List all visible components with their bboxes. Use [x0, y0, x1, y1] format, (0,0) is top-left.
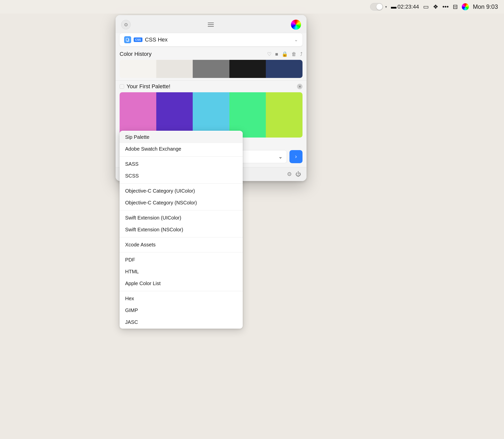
color-history-swatches	[120, 60, 303, 78]
menubar-time: Mon 9:03	[473, 3, 498, 10]
share-dropdown-chevron-icon: ⌄	[278, 154, 283, 160]
back-icon: ⊙	[124, 22, 128, 27]
back-button[interactable]: ⊙	[121, 20, 131, 29]
dropdown-group-7: Hex GIMP JASC	[120, 292, 243, 329]
color-history-actions: ♡ ■ 🔒 🗑 ⤴	[267, 51, 303, 57]
lock-icon[interactable]: 🔒	[282, 51, 288, 57]
screen-icon[interactable]: ▭	[423, 3, 429, 10]
color-history-title: Color History	[120, 51, 152, 57]
dropdown-group-4: Swift Extension (UIColor) Swift Extensio…	[120, 211, 243, 236]
dropdown-divider-3	[120, 210, 243, 210]
heart-icon[interactable]: ♡	[267, 51, 272, 57]
format-chevron-icon: ⌄	[294, 37, 298, 42]
bottom-bar-right: ⚙ ⏻	[287, 171, 301, 178]
color-wheel-button[interactable]	[291, 20, 301, 30]
toggle-switch[interactable]	[370, 3, 383, 11]
hamburger-line	[208, 23, 214, 23]
svg-rect-1	[126, 38, 128, 41]
history-swatch-4[interactable]	[229, 60, 266, 78]
close-icon: ✕	[298, 85, 301, 89]
status-icon[interactable]: ⊟	[453, 3, 458, 10]
palette-header-left: Your First Palette!	[120, 83, 170, 90]
history-swatch-1[interactable]	[120, 60, 156, 78]
more-icon[interactable]: •••	[442, 3, 449, 10]
format-name: CSS Hex	[145, 36, 168, 43]
share-icon[interactable]: ⤴	[300, 51, 303, 57]
palette-checkbox[interactable]	[120, 84, 124, 89]
dropdown-divider-2	[120, 183, 243, 184]
dropdown-item-objc-nscolor[interactable]: Objective-C Category (NSColor)	[120, 197, 243, 209]
dropdown-group-2: SASS SCSS	[120, 158, 243, 182]
titlebar: ⊙	[116, 15, 307, 33]
css-badge: CSS	[134, 37, 142, 42]
trash-icon[interactable]: 🗑	[291, 51, 296, 57]
dropdown-item-adobe-swatch[interactable]: Adobe Swatch Exchange	[120, 143, 243, 155]
dropdown-divider-5	[120, 252, 243, 252]
dropdown-item-sass[interactable]: SASS	[120, 158, 243, 170]
dropdown-item-objc-uicolor[interactable]: Objective-C Category (UIColor)	[120, 185, 243, 197]
dropdown-item-hex[interactable]: Hex	[120, 293, 243, 304]
dropdown-item-jasc[interactable]: JASC	[120, 316, 243, 328]
battery-time: 02:23:44	[397, 4, 419, 10]
toggle-control[interactable]: ▾	[370, 3, 387, 11]
dropdown-group-1: Sip Palette Adobe Swatch Exchange	[120, 131, 243, 155]
history-swatch-5[interactable]	[266, 60, 303, 78]
battery-icon: ▬	[391, 4, 396, 10]
palette-swatch-5[interactable]	[266, 92, 303, 138]
color-history-header: Color History ♡ ■ 🔒 🗑 ⤴	[120, 51, 303, 57]
history-swatch-3[interactable]	[193, 60, 229, 78]
copy-icon	[124, 36, 131, 43]
dropdown-item-html[interactable]: HTML	[120, 266, 243, 278]
droplet-icon[interactable]: ❖	[433, 3, 438, 10]
dropdown-group-5: Xcode Assets	[120, 238, 243, 251]
color-history-section: Color History ♡ ■ 🔒 🗑 ⤴	[116, 48, 307, 80]
palette-header: Your First Palette! ✕	[120, 83, 303, 90]
dropdown-divider-6	[120, 291, 243, 291]
dropdown-group-3: Objective-C Category (UIColor) Objective…	[120, 185, 243, 209]
battery-area: ▬ 02:23:44	[391, 4, 419, 10]
hamburger-line	[208, 26, 214, 27]
dropdown-item-scss[interactable]: SCSS	[120, 170, 243, 182]
dropdown-divider-1	[120, 156, 243, 157]
settings-icon[interactable]: ⚙	[287, 171, 292, 178]
go-arrow-icon: ›	[295, 153, 297, 160]
dropdown-item-apple-color-list[interactable]: Apple Color List	[120, 278, 243, 289]
menubar: ▾ ▬ 02:23:44 ▭ ❖ ••• ⊟ Mon 9:03	[0, 0, 504, 14]
dropdown-item-pdf[interactable]: PDF	[120, 254, 243, 266]
dropdown-item-gimp[interactable]: GIMP	[120, 304, 243, 316]
history-swatch-2[interactable]	[156, 60, 193, 78]
format-selector[interactable]: CSS CSS Hex ⌄	[120, 33, 303, 46]
palette-close-button[interactable]: ✕	[297, 84, 303, 89]
share-go-button[interactable]: ›	[289, 150, 303, 163]
palette-title: Your First Palette!	[127, 83, 170, 90]
color-wheel-menubar-icon[interactable]	[462, 3, 469, 10]
hamburger-line	[208, 24, 214, 25]
dropdown-item-swift-uicolor[interactable]: Swift Extension (UIColor)	[120, 212, 243, 224]
dropdown-item-swift-nscolor[interactable]: Swift Extension (NSColor)	[120, 224, 243, 236]
dropdown-item-sip-palette[interactable]: Sip Palette	[120, 131, 243, 143]
dropdown-group-6: PDF HTML Apple Color List	[120, 253, 243, 290]
dropdown-item-xcode-assets[interactable]: Xcode Assets	[120, 239, 243, 251]
hamburger-button[interactable]	[208, 23, 214, 27]
square-icon[interactable]: ■	[275, 51, 278, 57]
menubar-right: ▾ ▬ 02:23:44 ▭ ❖ ••• ⊟ Mon 9:03	[370, 3, 498, 11]
dropdown-menu: Sip Palette Adobe Swatch Exchange SASS S…	[120, 131, 243, 329]
toggle-chevron-icon: ▾	[385, 5, 387, 9]
power-icon[interactable]: ⏻	[295, 171, 301, 178]
dropdown-divider-4	[120, 237, 243, 237]
format-selector-left: CSS CSS Hex	[124, 36, 168, 43]
